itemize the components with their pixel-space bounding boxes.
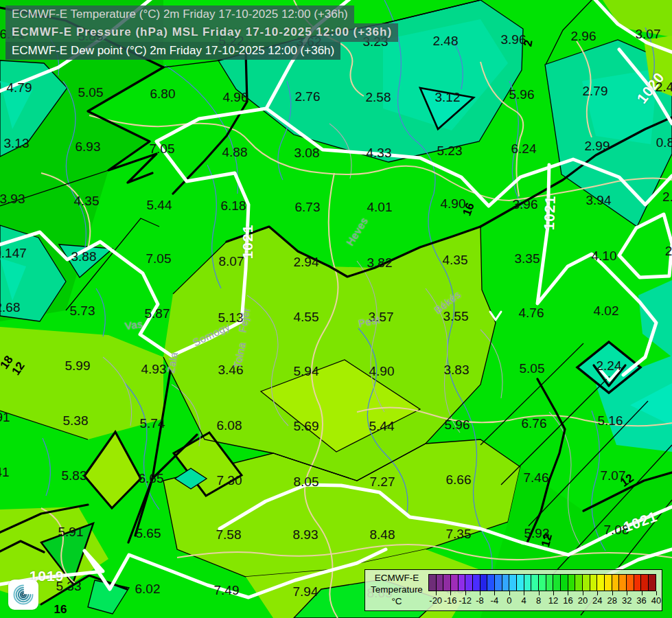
colorbar-cell (627, 575, 634, 591)
colorbar-tick-label: 16 (563, 595, 572, 606)
colorbar-tick-label: 24 (592, 595, 602, 606)
legend-header: ECMWF-E Temperature (°C) 2m Friday 17-10… (5, 5, 398, 60)
colorbar-ticks: -20-16-12-8-40481216202428323640 (428, 591, 656, 608)
legend-line-pressure: ECMWF-E Pressure (hPa) MSL Friday 17-10-… (5, 23, 398, 41)
colorbar-cell (524, 575, 532, 591)
colorbar-cell (437, 575, 444, 591)
colorbar-cell (473, 575, 480, 591)
colorbar-cell (553, 575, 561, 591)
colorbar-cell (583, 575, 590, 591)
colorbar-cell (561, 575, 568, 591)
colorbar-tick-label: 36 (636, 595, 646, 606)
colorbar-cell (451, 575, 459, 591)
colorbar-scale: -20-16-12-8-40481216202428323640 (428, 570, 656, 610)
colorbar-cell (509, 575, 517, 591)
weather-map-canvas (0, 0, 672, 618)
temperature-colorbar: ECMWF-E Temperature °C -20-16-12-8-40481… (364, 569, 662, 611)
colorbar-title-line2: Temperature (371, 584, 423, 596)
colorbar-tick-label: 4 (522, 595, 526, 606)
colorbar-tick-label: 28 (607, 595, 617, 606)
colorbar-cell (612, 575, 620, 591)
colorbar-cell (649, 575, 656, 591)
colorbar-tick-label: -12 (459, 595, 472, 606)
colorbar-tick-label: -8 (476, 595, 484, 606)
colorbar-tick-label: -4 (491, 595, 499, 606)
swirl-icon (11, 582, 36, 607)
colorbar-cell (597, 575, 605, 591)
colorbar-tick-label: -16 (444, 595, 457, 606)
colorbar-cell (517, 575, 524, 591)
colorbar-tick-label: 40 (651, 595, 661, 606)
colorbar-cell (634, 575, 642, 591)
colorbar-cell (495, 575, 502, 591)
colorbar-tick-label: 20 (578, 595, 588, 606)
colorbar-cell (502, 575, 510, 591)
colorbar-cell (459, 575, 466, 591)
colorbar-cell (575, 575, 583, 591)
colorbar-cell (590, 575, 598, 591)
colorbar-cell (465, 575, 473, 591)
colorbar-tick-label: 0 (507, 595, 511, 606)
met-swirl-logo (8, 580, 38, 610)
colorbar-cell (605, 575, 612, 591)
legend-line-dewpoint: ECMWF-E Dew point (°C) 2m Friday 17-10-2… (5, 42, 340, 60)
colorbar-tick-label: 12 (548, 595, 558, 606)
colorbar-cell (531, 575, 539, 591)
legend-line-temperature: ECMWF-E Temperature (°C) 2m Friday 17-10… (5, 5, 354, 23)
colorbar-cell (539, 575, 546, 591)
colorbar-cell (480, 575, 488, 591)
colorbar-cell (487, 575, 495, 591)
colorbar-cells (428, 574, 656, 591)
colorbar-cell (641, 575, 649, 591)
colorbar-title-line3: °C (391, 596, 402, 608)
colorbar-tick-label: -20 (429, 595, 442, 606)
colorbar-tick-label: 32 (622, 595, 632, 606)
colorbar-cell (546, 575, 554, 591)
colorbar-cell (429, 575, 437, 591)
colorbar-cell (443, 575, 451, 591)
colorbar-cell (568, 575, 576, 591)
colorbar-title: ECMWF-E Temperature °C (365, 570, 428, 610)
colorbar-title-line1: ECMWF-E (375, 573, 419, 584)
colorbar-cell (619, 575, 627, 591)
colorbar-tick-label: 8 (536, 595, 541, 606)
weather-map-stage: 6.715.835.223.623.232.483.962.963.074.79… (0, 0, 672, 618)
